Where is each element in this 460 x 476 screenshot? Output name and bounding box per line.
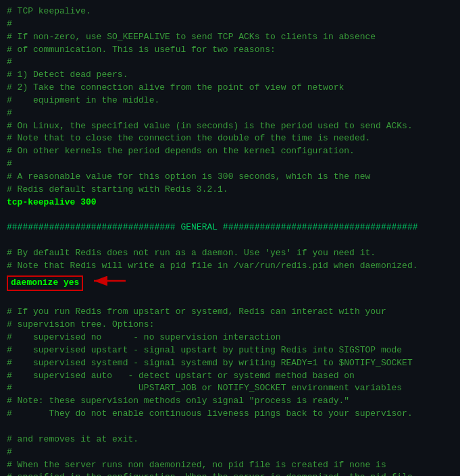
line-29: # UPSTART_JOB or NOTIFY_SOCKET environme… (7, 382, 453, 395)
line-38: # specified in the configuration. When t… (7, 471, 453, 476)
line-7: # 2) Take the connection alive from the … (7, 82, 453, 95)
blank-1 (7, 209, 453, 222)
line-25: # supervised no - no supervision interac… (7, 332, 453, 344)
line-4: # of communication. This is useful for t… (7, 44, 453, 57)
blank-2 (7, 234, 453, 247)
daemonize-config-highlighted: daemonize yes (7, 275, 83, 291)
line-28: # supervised auto - detect upstart or sy… (7, 370, 453, 383)
line-10: # On Linux, the specified value (in seco… (7, 120, 453, 133)
line-20: # Note that Redis will write a pid file … (7, 260, 453, 273)
line-37: # When the server runs non daemonized, n… (7, 459, 453, 472)
section-general: ################################ GENERAL… (7, 221, 453, 234)
line-8: # equipment in the middle. (7, 95, 453, 107)
line-26: # supervised upstart - signal upstart by… (7, 344, 453, 357)
tcp-keepalive-config: tcp-keepalive 300 (7, 196, 453, 209)
line-23: # If you run Redis from upstart or syste… (7, 306, 453, 319)
blank-3 (7, 294, 453, 307)
line-9: # (7, 107, 453, 120)
arrow-icon (88, 273, 129, 293)
line-36: # (7, 446, 453, 459)
line-5: # (7, 56, 453, 69)
line-14: # A reasonable value for this option is … (7, 171, 453, 184)
blank-4 (7, 421, 453, 433)
terminal-window: # TCP keepalive. # # If non-zero, use SO… (0, 0, 460, 476)
line-27: # supervised systemd - signal systemd by… (7, 357, 453, 370)
line-35: # and removes it at exit. (7, 433, 453, 446)
line-15: # Redis default starting with Redis 3.2.… (7, 184, 453, 196)
line-3: # If non-zero, use SO_KEEPALIVE to send … (7, 31, 453, 44)
line-30: # Note: these supervision methods only s… (7, 395, 453, 408)
line-31: # They do not enable continuous liveness… (7, 408, 453, 421)
line-6: # 1) Detect dead peers. (7, 69, 453, 82)
line-13: # (7, 158, 453, 171)
daemonize-line-row: daemonize yes (7, 273, 453, 293)
line-11: # Note that to close the connection the … (7, 132, 453, 145)
line-12: # On other kernels the period depends on… (7, 145, 453, 158)
line-19: # By default Redis does not run as a dae… (7, 247, 453, 260)
line-1: # TCP keepalive. (7, 5, 453, 18)
line-24: # supervision tree. Options: (7, 319, 453, 332)
line-2: # (7, 18, 453, 31)
